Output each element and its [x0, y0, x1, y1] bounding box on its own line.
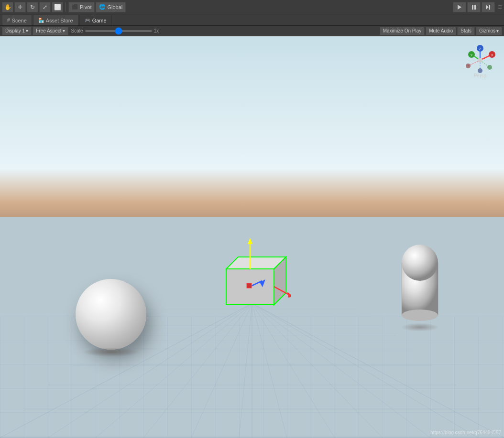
svg-text:X: X	[491, 53, 493, 57]
pause-button[interactable]	[467, 2, 481, 12]
svg-point-42	[402, 245, 438, 281]
maximize-label: Maximize On Play	[383, 28, 422, 33]
aspect-selector[interactable]: Free Aspect ▾	[33, 27, 68, 35]
svg-point-43	[402, 310, 438, 321]
stats-label: Stats	[460, 28, 471, 33]
gizmos-label: Gizmos	[479, 28, 495, 33]
asset-store-tab-label: Asset Store	[46, 18, 73, 23]
watermark: https://blog.csdn.net/q764424567	[430, 430, 501, 435]
game-viewport: X Y Z Persp https://blog.csdn.net/q76442…	[0, 36, 504, 438]
cube-mesh	[212, 231, 291, 310]
scene-objects	[0, 36, 504, 438]
capsule-object[interactable]	[396, 230, 444, 326]
svg-marker-3	[486, 5, 489, 10]
sphere-shadow	[83, 347, 139, 357]
step-button[interactable]	[482, 2, 495, 12]
svg-point-60	[478, 68, 482, 73]
svg-text:Z: Z	[479, 47, 482, 51]
rect-tool-button[interactable]: ⬜	[52, 2, 63, 12]
capsule-shadow	[401, 323, 439, 331]
display-dropdown-icon: ▾	[26, 28, 28, 33]
gizmos-dropdown-icon: ▾	[496, 28, 499, 33]
svg-point-61	[478, 58, 482, 63]
scene-tab-label: Scene	[12, 18, 27, 23]
cube-object[interactable]	[212, 231, 291, 310]
svg-marker-35	[248, 238, 252, 244]
game-toolbar: Display 1 ▾ Free Aspect ▾ Scale 1x Maxim…	[0, 26, 504, 36]
global-button[interactable]: 🌐 Global	[96, 2, 126, 12]
display-selector[interactable]: Display 1 ▾	[2, 27, 32, 35]
move-tool-button[interactable]: ✛	[14, 2, 26, 12]
hand-tool-button[interactable]: ✋	[2, 2, 13, 12]
global-label: Global	[107, 4, 122, 10]
gizmos-button[interactable]: Gizmos ▾	[476, 27, 502, 35]
main-toolbar: ✋ ✛ ↻ ⤢ ⬜ ⬛ Pivot 🌐 Global ≡	[0, 0, 504, 14]
scene-tab-icon: #	[7, 18, 10, 23]
svg-rect-1	[472, 5, 473, 10]
asset-store-tab-icon: 🏪	[38, 18, 44, 23]
mute-audio-button[interactable]: Mute Audio	[426, 27, 456, 35]
game-tab-icon: 🎮	[85, 18, 90, 23]
svg-text:Y: Y	[471, 53, 473, 57]
scale-text-label: Scale	[71, 28, 83, 33]
scale-value-label: 1x	[154, 28, 159, 33]
aspect-dropdown-icon: ▾	[63, 28, 65, 33]
svg-point-59	[487, 65, 492, 70]
scale-area: Scale 1x	[71, 28, 159, 33]
separator-1	[66, 2, 66, 12]
stats-button[interactable]: Stats	[457, 27, 475, 35]
orientation-gizmo[interactable]: X Y Z Persp	[461, 41, 499, 79]
tab-scene[interactable]: # Scene	[2, 15, 32, 25]
sphere-mesh	[76, 279, 146, 350]
play-button[interactable]	[453, 2, 466, 12]
rotate-tool-button[interactable]: ↻	[27, 2, 38, 12]
svg-marker-0	[458, 5, 461, 10]
capsule-mesh	[396, 230, 444, 326]
aspect-label: Free Aspect	[36, 28, 61, 33]
mute-label: Mute Audio	[429, 28, 453, 33]
scale-slider[interactable]	[85, 30, 152, 32]
sphere-object[interactable]	[76, 279, 146, 350]
game-tab-label: Game	[92, 18, 107, 23]
svg-point-58	[466, 64, 471, 68]
play-controls	[453, 2, 495, 12]
display-label: Display 1	[5, 28, 25, 33]
scale-tool-button[interactable]: ⤢	[39, 2, 51, 12]
svg-rect-2	[474, 5, 476, 10]
layers-button[interactable]: ≡	[498, 3, 502, 11]
tab-game[interactable]: 🎮 Game	[79, 15, 112, 25]
svg-marker-37	[287, 292, 291, 298]
pivot-label: Pivot	[80, 4, 91, 10]
tab-asset-store[interactable]: 🏪 Asset Store	[33, 15, 78, 25]
tab-bar: # Scene 🏪 Asset Store 🎮 Game	[0, 14, 504, 26]
persp-label: Persp	[461, 73, 499, 78]
right-controls: Maximize On Play Mute Audio Stats Gizmos…	[380, 27, 502, 35]
svg-rect-40	[247, 283, 252, 288]
svg-rect-4	[489, 5, 490, 10]
pivot-button[interactable]: ⬛ Pivot	[68, 2, 95, 12]
maximize-on-play-button[interactable]: Maximize On Play	[380, 27, 425, 35]
